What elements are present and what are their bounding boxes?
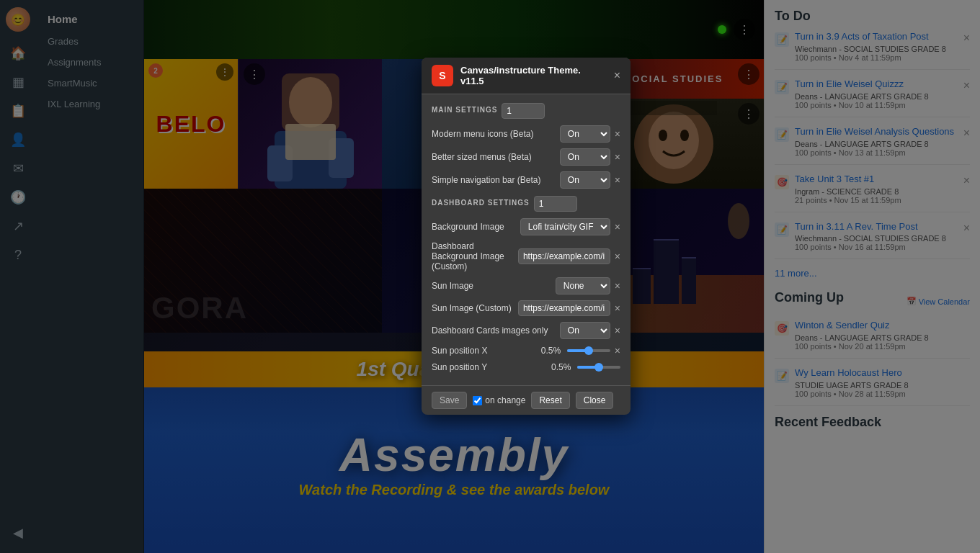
modal-close-button[interactable]: × [614, 69, 620, 82]
simple-nav-label: Simple navigation bar (Beta) [432, 175, 556, 185]
bg-image-select[interactable]: Lofi train/city GIFNoneCustom [520, 218, 610, 235]
better-menus-row: Better sized menus (Beta) OnOff × [432, 148, 620, 166]
modal-header: S Canvas/instructure Theme. v11.5 × [422, 58, 631, 94]
bg-image-row: Background Image Lofi train/city GIFNone… [432, 218, 620, 235]
modern-icons-clear[interactable]: × [615, 128, 620, 140]
dashboard-cards-label: Dashboard Cards images only [432, 325, 556, 336]
modal-logo: S [432, 65, 453, 86]
modal-body: MAIN SETTINGS Modern menu icons (Beta) O… [422, 94, 631, 385]
sun-pos-y-thumb[interactable] [594, 363, 603, 372]
sun-image-label: Sun Image [432, 281, 551, 291]
bg-image-label: Background Image [432, 222, 516, 232]
sun-image-custom-row: Sun Image (Custom) × [432, 300, 620, 316]
sun-image-custom-input[interactable] [518, 300, 610, 316]
sun-pos-y-row: Sun position Y 0.5% [432, 362, 620, 372]
main-settings-input[interactable] [502, 103, 545, 119]
sun-pos-x-thumb[interactable] [584, 346, 593, 355]
simple-nav-clear[interactable]: × [615, 174, 620, 186]
reset-button[interactable]: Reset [531, 392, 569, 409]
sun-image-row: Sun Image NoneSunMoonCustom × [432, 277, 620, 295]
simple-nav-select[interactable]: OnOff [560, 171, 610, 189]
sun-pos-x-track[interactable] [567, 349, 610, 352]
bg-image-clear[interactable]: × [615, 221, 620, 233]
better-menus-select[interactable]: OnOff [560, 148, 610, 166]
bg-image-custom-row: Dashboard Background Image (Custom) × [432, 241, 620, 271]
settings-modal: S Canvas/instructure Theme. v11.5 × MAIN… [422, 58, 631, 415]
modern-icons-row: Modern menu icons (Beta) OnOff × [432, 125, 620, 143]
better-menus-label: Better sized menus (Beta) [432, 152, 556, 162]
sun-pos-x-label: Sun position X [432, 346, 537, 356]
dashboard-cards-clear[interactable]: × [615, 325, 620, 336]
close-button[interactable]: Close [576, 392, 614, 409]
bg-image-custom-input[interactable] [518, 248, 610, 264]
main-settings-header: MAIN SETTINGS [432, 106, 497, 114]
bg-image-custom-label: Dashboard Background Image (Custom) [432, 241, 514, 271]
sun-pos-x-clear[interactable]: × [615, 345, 620, 356]
bg-image-custom-clear[interactable]: × [615, 251, 620, 262]
dashboard-settings-input[interactable] [534, 196, 577, 212]
sun-image-custom-clear[interactable]: × [615, 302, 620, 314]
modern-icons-label: Modern menu icons (Beta) [432, 129, 556, 139]
dashboard-settings-header: DASHBOARD SETTINGS [432, 199, 530, 207]
sun-pos-y-value: 0.5% [551, 362, 573, 372]
sun-pos-x-value: 0.5% [541, 346, 563, 356]
dashboard-cards-select[interactable]: OnOff [560, 322, 610, 339]
on-change-label[interactable]: on change [473, 395, 525, 405]
on-change-checkbox[interactable] [473, 396, 482, 405]
sun-pos-y-label: Sun position Y [432, 362, 547, 372]
dashboard-cards-row: Dashboard Cards images only OnOff × [432, 322, 620, 339]
better-menus-clear[interactable]: × [615, 151, 620, 163]
save-button[interactable]: Save [432, 392, 467, 409]
sun-pos-y-track[interactable] [577, 366, 620, 369]
modern-icons-select[interactable]: OnOff [560, 125, 610, 143]
sun-image-clear[interactable]: × [615, 280, 620, 292]
modal-overlay: S Canvas/instructure Theme. v11.5 × MAIN… [0, 0, 980, 553]
dashboard-settings-header-row: DASHBOARD SETTINGS [432, 194, 620, 212]
sun-image-custom-label: Sun Image (Custom) [432, 303, 514, 313]
sun-image-select[interactable]: NoneSunMoonCustom [556, 277, 610, 295]
simple-nav-row: Simple navigation bar (Beta) OnOff × [432, 171, 620, 189]
main-settings-header-row: MAIN SETTINGS [432, 102, 620, 120]
modal-footer: Save on change Reset Close [422, 385, 631, 415]
modal-title: Canvas/instructure Theme. v11.5 [460, 65, 607, 86]
sun-pos-x-row: Sun position X 0.5% × [432, 345, 620, 356]
